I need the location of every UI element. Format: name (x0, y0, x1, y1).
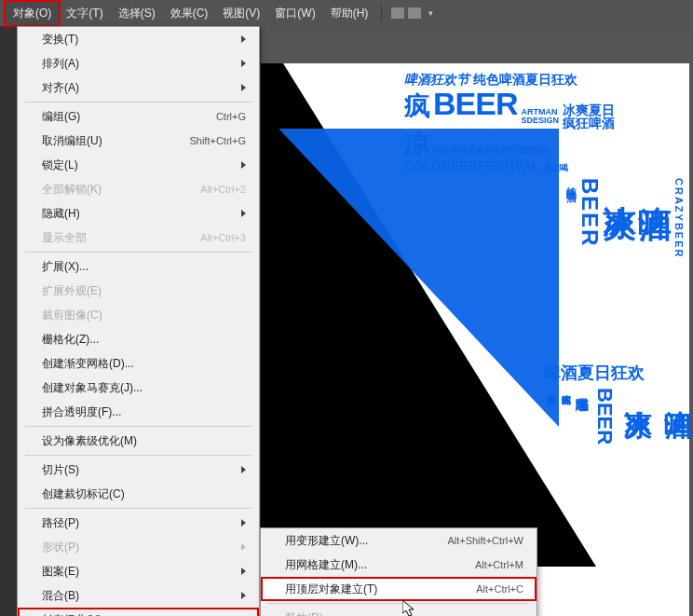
object-menu-item-16[interactable]: 创建对象马赛克(J)... (18, 376, 259, 400)
object-menu-item-6[interactable]: 锁定(L) (18, 153, 259, 177)
object-menu-separator (25, 252, 251, 253)
object-menu-item-label: 拼合透明度(F)... (42, 404, 246, 420)
menubar-separator (381, 5, 382, 21)
object-menu-item-14[interactable]: 栅格化(Z)... (18, 327, 259, 351)
submenu-arrow-icon (241, 568, 246, 575)
object-menu-item-label: 创建裁切标记(C) (42, 486, 246, 502)
object-menu-separator (25, 508, 251, 509)
menu-window[interactable]: 窗口(W) (267, 2, 322, 25)
object-menu-item-19[interactable]: 设为像素级优化(M) (18, 429, 259, 453)
object-menu-item-label: 封套扭曲(V) (42, 611, 232, 616)
object-menu-item-5[interactable]: 取消编组(U)Shift+Ctrl+G (18, 129, 259, 153)
menu-help[interactable]: 帮助(H) (323, 2, 376, 25)
submenu-arrow-icon (241, 519, 246, 527)
object-menu-item-22[interactable]: 创建裁切标记(C) (18, 482, 259, 506)
object-menu-item-label: 切片(S) (42, 461, 232, 478)
envelope-item-shortcut: Alt+Shift+Ctrl+W (447, 532, 523, 549)
object-menu-item-label: 混合(B) (42, 587, 232, 604)
object-menu-dropdown: 变换(T)排列(A)对齐(A)编组(G)Ctrl+G取消编组(U)Shift+C… (17, 26, 260, 616)
object-menu-item-11[interactable]: 扩展(X)... (18, 254, 259, 279)
beer-poster-text-bottom[interactable]: 啤酒夏日狂欢 纯生啤酒夏夏日啤酒节邀您畅饮 纯生啤酒 邀您喝 BEER 冰爽 啤… (544, 362, 684, 445)
object-menu-item-shortcut: Shift+Ctrl+G (189, 132, 246, 149)
object-menu-item-7: 全部解锁(K)Alt+Ctrl+2 (18, 177, 259, 201)
envelope-item-1[interactable]: 用网格建立(M)...Alt+Ctrl+M (261, 553, 537, 577)
envelope-item-label: 用网格建立(M)... (285, 556, 367, 573)
object-menu-item-28[interactable]: 封套扭曲(V) (18, 608, 259, 616)
submenu-arrow-icon (241, 543, 246, 551)
object-menu-item-label: 隐藏(H) (42, 205, 232, 222)
object-menu-item-label: 形状(P) (42, 539, 232, 555)
object-menu-item-label: 栅格化(Z)... (42, 331, 246, 348)
envelope-item-4: 释放(R) (261, 606, 537, 616)
submenu-arrow-icon (241, 210, 246, 217)
object-menu-item-shortcut: Alt+Ctrl+3 (200, 229, 246, 246)
envelope-separator (268, 603, 529, 604)
object-menu-item-27[interactable]: 混合(B) (18, 583, 259, 608)
menu-object[interactable]: 对象(O) (6, 2, 59, 25)
submenu-arrow-icon (241, 35, 246, 43)
object-menu-item-13: 裁剪图像(C) (18, 303, 259, 327)
menu-effect[interactable]: 效果(C) (163, 2, 216, 25)
object-menu-item-label: 显示全部 (42, 229, 191, 246)
object-menu-item-label: 图案(E) (42, 563, 232, 580)
object-menu-item-label: 全部解锁(K) (42, 181, 191, 198)
doc-layout-icon[interactable] (387, 7, 425, 19)
object-menu-item-label: 扩展(X)... (42, 258, 246, 275)
menu-type[interactable]: 文字(T) (59, 2, 110, 25)
object-menu-separator (25, 102, 251, 103)
object-menu-separator (25, 426, 251, 427)
envelope-item-2[interactable]: 用顶层对象建立(T)Alt+Ctrl+C (261, 577, 537, 601)
submenu-arrow-icon (241, 466, 246, 473)
envelope-item-0[interactable]: 用变形建立(W)...Alt+Shift+Ctrl+W (261, 528, 537, 553)
object-menu-item-label: 路径(P) (42, 514, 232, 531)
object-menu-item-15[interactable]: 创建渐变网格(D)... (18, 351, 259, 376)
object-menu-item-shortcut: Ctrl+G (216, 108, 246, 125)
object-menu-item-label: 取消编组(U) (42, 132, 180, 149)
object-menu-item-label: 设为像素级优化(M) (42, 432, 246, 449)
object-menu-item-label: 编组(G) (42, 108, 207, 125)
envelope-item-label: 用变形建立(W)... (285, 532, 368, 549)
object-menu-item-shortcut: Alt+Ctrl+2 (200, 181, 246, 198)
submenu-arrow-icon (241, 592, 246, 599)
object-menu-item-label: 创建对象马赛克(J)... (42, 379, 246, 396)
object-menu-item-12: 扩展外观(E) (18, 279, 259, 303)
object-menu-item-25: 形状(P) (18, 535, 259, 559)
object-menu-item-4[interactable]: 编组(G)Ctrl+G (18, 104, 259, 129)
envelope-item-label: 用顶层对象建立(T) (285, 581, 377, 597)
menu-view[interactable]: 视图(V) (215, 2, 267, 25)
object-menu-item-9: 显示全部Alt+Ctrl+3 (18, 226, 259, 250)
object-menu-item-8[interactable]: 隐藏(H) (18, 201, 259, 226)
object-menu-item-label: 裁剪图像(C) (42, 307, 246, 323)
envelope-item-shortcut: Alt+Ctrl+M (475, 556, 523, 573)
object-menu-item-label: 变换(T) (42, 31, 232, 48)
object-menu-item-label: 锁定(L) (42, 157, 232, 173)
object-menu-item-1[interactable]: 排列(A) (18, 51, 259, 75)
object-menu-item-24[interactable]: 路径(P) (18, 511, 259, 535)
submenu-arrow-icon (241, 60, 246, 67)
object-menu-separator (25, 455, 251, 456)
object-menu-item-label: 对齐(A) (42, 79, 232, 96)
submenu-arrow-icon (241, 84, 246, 91)
object-menu-item-17[interactable]: 拼合透明度(F)... (18, 400, 259, 424)
chevron-down-icon[interactable]: ▾ (428, 8, 433, 18)
object-menu-item-2[interactable]: 对齐(A) (18, 75, 259, 100)
object-menu-item-0[interactable]: 变换(T) (18, 27, 259, 51)
object-menu-item-label: 扩展外观(E) (42, 282, 246, 299)
envelope-item-label: 释放(R) (285, 609, 323, 616)
object-menu-item-label: 排列(A) (42, 55, 232, 72)
object-menu-item-26[interactable]: 图案(E) (18, 559, 259, 583)
object-menu-item-21[interactable]: 切片(S) (18, 458, 259, 482)
envelope-distort-submenu: 用变形建立(W)...Alt+Shift+Ctrl+W用网格建立(M)...Al… (260, 527, 537, 616)
envelope-item-shortcut: Alt+Ctrl+C (476, 581, 523, 597)
menubar: 对象(O) 文字(T) 选择(S) 效果(C) 视图(V) 窗口(W) 帮助(H… (0, 0, 693, 26)
object-menu-item-label: 创建渐变网格(D)... (42, 355, 246, 372)
submenu-arrow-icon (241, 161, 246, 169)
menu-select[interactable]: 选择(S) (111, 2, 163, 25)
cursor-pointer-icon (402, 600, 417, 616)
